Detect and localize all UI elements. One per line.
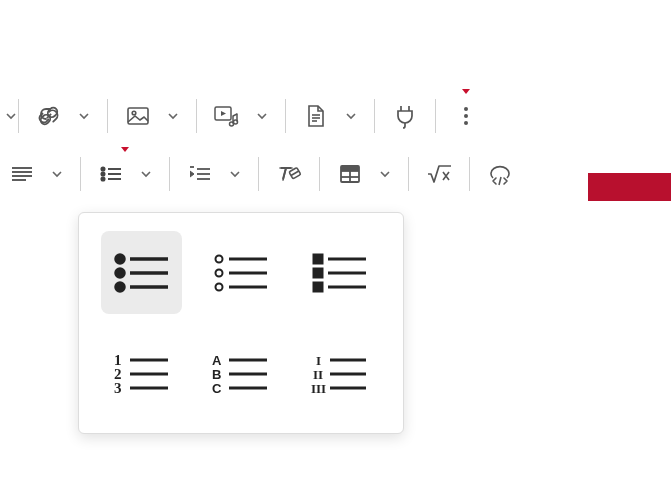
svg-text:3: 3 [114,380,122,396]
table-dropdown[interactable] [372,154,398,194]
group-indent [170,154,258,194]
group-table [320,154,408,194]
indent-button[interactable] [180,154,220,194]
svg-point-4 [132,111,136,115]
list-style-dropdown-panel: 1 2 3 A B C I II III [78,212,404,434]
list-button[interactable] [91,154,131,194]
group-media [197,96,285,136]
svg-point-23 [101,177,104,180]
svg-point-41 [116,269,124,277]
svg-text:I: I [316,353,321,368]
list-dropdown[interactable] [133,154,159,194]
group-equation [409,154,469,194]
svg-text:B: B [212,367,221,382]
more-button[interactable] [446,96,486,136]
svg-point-47 [215,269,222,276]
group-list [81,154,169,194]
svg-point-14 [464,107,468,111]
link-dropdown[interactable] [71,96,97,136]
svg-rect-3 [128,108,148,124]
indicator-marker [121,147,129,152]
group-more [436,96,496,136]
list-option-numbered-abc[interactable]: A B C [200,332,281,415]
image-button[interactable] [118,96,158,136]
group-code-block [470,154,530,194]
document-dropdown[interactable] [338,96,364,136]
list-option-bullet-square[interactable] [300,231,381,314]
media-button[interactable] [207,96,247,136]
align-button[interactable] [2,154,42,194]
align-dropdown[interactable] [44,154,70,194]
svg-line-38 [499,177,501,185]
media-dropdown[interactable] [249,96,275,136]
dropdown-chevron-partial[interactable] [0,96,18,136]
image-dropdown[interactable] [160,96,186,136]
clear-format-button[interactable] [269,154,309,194]
document-button[interactable] [296,96,336,136]
svg-point-49 [215,283,222,290]
accent-bar [588,173,671,201]
svg-rect-55 [314,283,322,291]
list-option-numbered-123[interactable]: 1 2 3 [101,332,182,415]
svg-point-15 [464,114,468,118]
svg-rect-53 [314,269,322,277]
svg-text:III: III [311,381,326,396]
group-align [0,154,80,194]
group-link [19,96,107,136]
code-block-button[interactable] [480,154,520,194]
svg-rect-37 [341,166,359,171]
list-option-bullet-disc[interactable] [101,231,182,314]
svg-rect-51 [314,255,322,263]
list-option-numbered-roman[interactable]: I II III [300,332,381,415]
indent-dropdown[interactable] [222,154,248,194]
svg-text:A: A [212,353,222,368]
svg-point-39 [116,255,124,263]
svg-point-22 [101,172,104,175]
plugin-button[interactable] [385,96,425,136]
group-document [286,96,374,136]
table-button[interactable] [330,154,370,194]
svg-point-21 [101,167,104,170]
svg-point-45 [215,255,222,262]
svg-text:C: C [212,381,222,396]
group-plugin [375,96,435,136]
link-button[interactable] [29,96,69,136]
list-option-bullet-circle[interactable] [200,231,281,314]
svg-line-32 [291,171,299,176]
toolbar-row-1 [0,88,671,144]
svg-text:II: II [313,367,323,382]
svg-point-16 [464,121,468,125]
svg-point-7 [234,120,238,124]
equation-button[interactable] [419,154,459,194]
group-clear-format [259,154,319,194]
indicator-marker [462,89,470,94]
svg-point-43 [116,283,124,291]
toolbar-row-2 [0,146,671,202]
group-image [108,96,196,136]
